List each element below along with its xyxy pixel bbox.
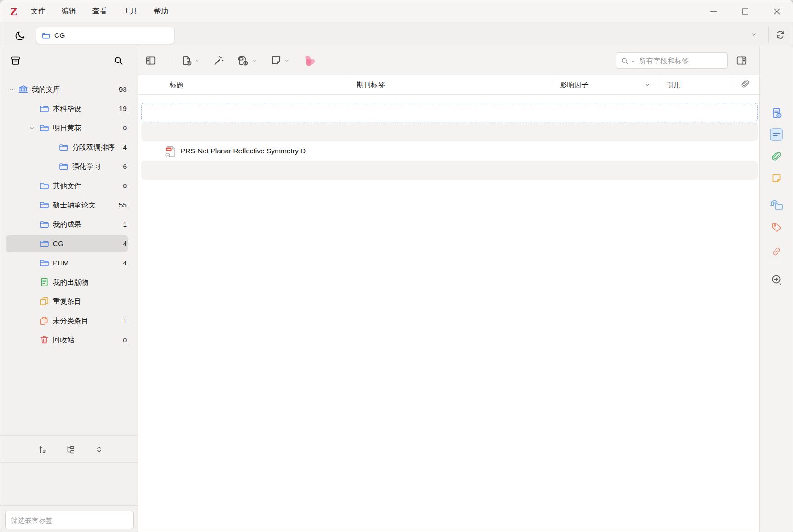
collection-label: 我的成果: [53, 215, 81, 234]
add-attachment-menu-chevron[interactable]: [251, 57, 258, 64]
libraries-collections-button[interactable]: [767, 196, 786, 213]
new-note-menu-chevron[interactable]: [283, 57, 290, 64]
collection-label: 分段双调排序: [72, 138, 115, 157]
item-row[interactable]: [141, 180, 758, 199]
attachment-row[interactable]: PRS-Net Planar Reflective Symmetry D: [141, 141, 758, 161]
add-by-identifier-button[interactable]: [210, 52, 227, 69]
minimize-button[interactable]: [697, 0, 729, 22]
item-row[interactable]: [141, 161, 758, 180]
sidebar-item-其他文件[interactable]: 其他文件0: [0, 176, 138, 196]
add-collection-button[interactable]: [7, 52, 24, 69]
folder-icon: [58, 142, 69, 152]
collection-label: 其他文件: [53, 176, 81, 196]
tag-filter-input[interactable]: [5, 511, 134, 529]
tags-button[interactable]: [767, 219, 786, 235]
duplicates-icon: [39, 296, 50, 307]
menu-item[interactable]: 文件: [31, 6, 45, 16]
column-divider[interactable]: [661, 79, 661, 90]
close-icon: [772, 6, 782, 17]
column-divider[interactable]: [350, 79, 350, 90]
attachments-paperclip-button[interactable]: [767, 149, 786, 165]
item-pane-strip: [759, 46, 793, 532]
new-item-menu-chevron[interactable]: [194, 57, 200, 64]
collections-tree: 我的文库93本科毕设19明日黄花0分段双调排序4强化学习6其他文件0硕士轴承论文…: [0, 75, 138, 481]
menu-item[interactable]: 帮助: [154, 6, 168, 16]
note-button[interactable]: [767, 170, 786, 187]
column-header-citation[interactable]: 引用: [667, 75, 681, 94]
column-header-tags[interactable]: 期刊标签: [357, 75, 385, 94]
impact-sort-chevron[interactable]: [644, 81, 651, 89]
note-icon: [770, 173, 782, 185]
collection-label: 重复条目: [53, 292, 81, 311]
item-row[interactable]: [141, 103, 758, 122]
sidebar-item-分段双调排序[interactable]: 分段双调排序4: [0, 138, 138, 157]
sort-ascending-button[interactable]: [34, 441, 51, 458]
items-pane: 标题 期刊标签 影响因子 引用 PRS-Net Planar Reflectiv…: [138, 46, 759, 532]
document-info-button[interactable]: [767, 105, 786, 121]
sidebar-item-未分类条目[interactable]: 未分类条目1: [0, 311, 138, 330]
related-links-button[interactable]: [767, 243, 786, 260]
unfiled-items-icon: [39, 315, 50, 326]
sidebar-item-我的出版物[interactable]: 我的出版物: [0, 273, 138, 292]
sidebar-item-回收站[interactable]: 回收站0: [0, 330, 138, 350]
tab-library-cg[interactable]: CG: [36, 27, 175, 44]
collection-label: PHM: [53, 253, 68, 273]
new-item-button[interactable]: [178, 52, 195, 69]
sidebar-item-本科毕设[interactable]: 本科毕设19: [0, 99, 138, 118]
expand-collapse-button[interactable]: [91, 441, 108, 458]
collection-label: 回收站: [53, 330, 74, 350]
item-count: 4: [123, 253, 127, 273]
item-pane-toggle-button[interactable]: [733, 52, 750, 69]
attachment-column-header[interactable]: [740, 79, 750, 90]
tabs-menu-button[interactable]: [746, 28, 762, 41]
sort-ascending-icon: [37, 444, 48, 455]
collection-search-button[interactable]: [110, 52, 127, 69]
pdf-icon: [165, 146, 176, 157]
collection-hierarchy-button[interactable]: [62, 441, 79, 458]
collection-label: 本科毕设: [53, 99, 81, 118]
petals-plugin-button[interactable]: [301, 52, 317, 69]
twisty-chevron-icon[interactable]: [28, 124, 35, 132]
document-info-icon: [770, 107, 782, 119]
item-row[interactable]: [141, 122, 758, 141]
column-header-impact[interactable]: 影响因子: [560, 75, 589, 94]
sidebar-item-我的文库[interactable]: 我的文库93: [0, 80, 138, 99]
item-count: 55: [119, 196, 127, 215]
sidebar-item-CG[interactable]: CG4: [0, 234, 138, 253]
menu-item[interactable]: 编辑: [62, 6, 76, 16]
add-attachment-button[interactable]: [235, 52, 251, 69]
close-button[interactable]: [761, 0, 793, 22]
item-count: 1: [123, 311, 127, 330]
column-divider[interactable]: [734, 79, 734, 90]
publications-icon: [39, 277, 50, 287]
layout-toggle-button[interactable]: [142, 52, 159, 69]
menu-item[interactable]: 查看: [92, 6, 107, 16]
library-icon: [18, 84, 28, 95]
collections-pane-header: [0, 46, 138, 75]
new-note-button[interactable]: [268, 52, 284, 69]
sidebar-item-明日黄花[interactable]: 明日黄花0: [0, 118, 138, 138]
sidebar-item-硕士轴承论文[interactable]: 硕士轴承论文55: [0, 196, 138, 215]
sidebar-item-我的成果[interactable]: 我的成果1: [0, 215, 138, 234]
menu-item[interactable]: 工具: [123, 6, 137, 16]
sidebar-item-重复条目[interactable]: 重复条目: [0, 292, 138, 311]
folder-icon: [39, 180, 50, 191]
locate-button[interactable]: [767, 271, 786, 288]
twisty-chevron-icon[interactable]: [8, 86, 15, 93]
related-links-icon: [770, 246, 782, 258]
attachments-paperclip-icon: [770, 151, 782, 163]
chevron-down-icon: [251, 57, 258, 64]
column-header-title[interactable]: 标题: [170, 75, 184, 94]
tag-filter-bar: [0, 505, 138, 532]
column-divider[interactable]: [555, 79, 555, 90]
items-search-input[interactable]: [638, 53, 727, 69]
sync-button[interactable]: [772, 26, 788, 43]
maximize-button[interactable]: [729, 0, 761, 22]
dark-mode-toggle[interactable]: [12, 28, 28, 44]
search-scope-chevron[interactable]: [630, 59, 635, 64]
sidebar-item-强化学习[interactable]: 强化学习6: [0, 157, 138, 176]
folder-icon: [41, 31, 51, 40]
abstract-button[interactable]: [767, 126, 786, 143]
sidebar-item-PHM[interactable]: PHM4: [0, 253, 138, 273]
collection-hierarchy-icon: [65, 444, 76, 455]
